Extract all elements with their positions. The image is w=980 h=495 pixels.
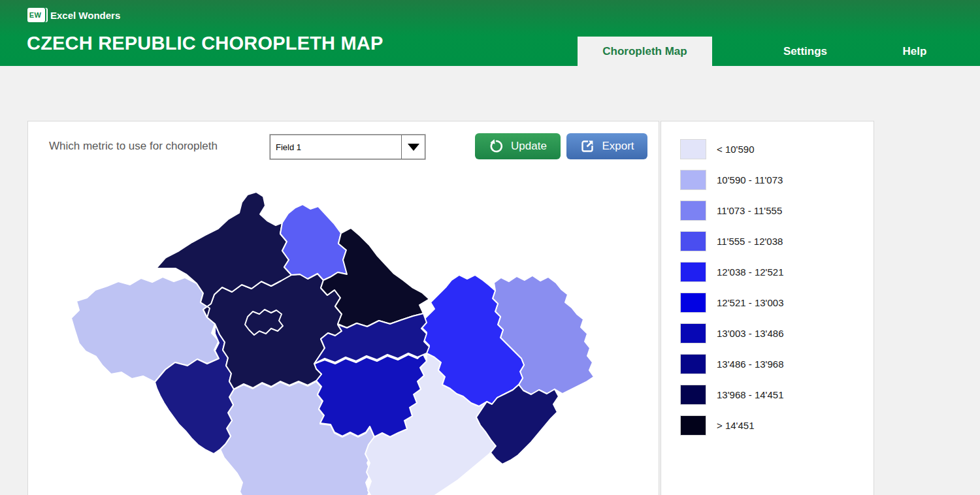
legend-color-swatch: [680, 385, 706, 405]
legend-item: 11'073 - 11'555: [680, 200, 874, 221]
choropleth-map: [40, 189, 654, 495]
tab-choropleth-map[interactable]: Choropleth Map: [578, 37, 712, 66]
legend-range-label: 11'555 - 12'038: [717, 236, 783, 247]
app-header: EW Excel Wonders CZECH REPUBLIC CHOROPLE…: [0, 0, 980, 66]
legend-item: 13'486 - 13'968: [680, 354, 874, 374]
region-prague[interactable]: [245, 310, 283, 335]
legend-color-swatch: [680, 323, 706, 343]
legend-item: 13'968 - 14'451: [680, 385, 874, 405]
update-button-label: Update: [511, 140, 547, 153]
legend-color-swatch: [680, 139, 706, 159]
metric-select-label: Which metric to use for choropleth: [49, 140, 218, 153]
chevron-down-icon: [408, 144, 419, 151]
legend-color-swatch: [680, 170, 706, 190]
tab-settings[interactable]: Settings: [732, 37, 879, 66]
page-title: CZECH REPUBLIC CHOROPLETH MAP: [27, 33, 384, 54]
legend-range-label: 12'521 - 13'003: [717, 297, 783, 308]
legend-range-label: 13'003 - 13'486: [717, 328, 783, 339]
legend-item: 13'003 - 13'486: [680, 323, 874, 343]
export-icon: [580, 138, 595, 154]
legend-item: 10'590 - 11'073: [680, 170, 874, 190]
excel-wonders-logo-icon: EW: [27, 8, 45, 22]
metric-dropdown[interactable]: Field 1: [270, 135, 425, 159]
export-button[interactable]: Export: [566, 133, 647, 159]
update-button[interactable]: Update: [475, 133, 561, 159]
legend-color-swatch: [680, 354, 706, 374]
export-button-label: Export: [602, 140, 634, 153]
legend-range-label: > 14'451: [717, 420, 755, 431]
legend-color-swatch: [680, 293, 706, 313]
legend-range-label: 13'968 - 14'451: [717, 389, 783, 400]
legend-panel: < 10'59010'590 - 11'07311'073 - 11'55511…: [661, 121, 874, 495]
refresh-icon: [489, 138, 504, 154]
legend-item: 12'521 - 13'003: [680, 293, 874, 313]
brand: EW Excel Wonders: [27, 8, 120, 22]
legend-range-label: 13'486 - 13'968: [717, 359, 783, 370]
legend-range-label: < 10'590: [717, 144, 755, 155]
legend-item: 12'038 - 12'521: [680, 262, 874, 282]
legend-range-label: 11'073 - 11'555: [717, 205, 782, 216]
legend-item: < 10'590: [680, 139, 874, 159]
legend-color-swatch: [680, 231, 706, 251]
legend-range-label: 12'038 - 12'521: [717, 266, 783, 278]
dropdown-arrow-button[interactable]: [401, 135, 425, 159]
legend-color-swatch: [680, 415, 706, 436]
brand-name: Excel Wonders: [50, 10, 120, 21]
legend-color-swatch: [680, 200, 706, 221]
legend-color-swatch: [680, 262, 706, 282]
legend-range-label: 10'590 - 11'073: [717, 174, 783, 185]
tab-help[interactable]: Help: [879, 37, 951, 66]
legend-item: > 14'451: [680, 415, 874, 436]
legend-item: 11'555 - 12'038: [680, 231, 874, 251]
metric-dropdown-value: Field 1: [270, 142, 401, 152]
map-panel: Which metric to use for choropleth Field…: [27, 121, 659, 495]
